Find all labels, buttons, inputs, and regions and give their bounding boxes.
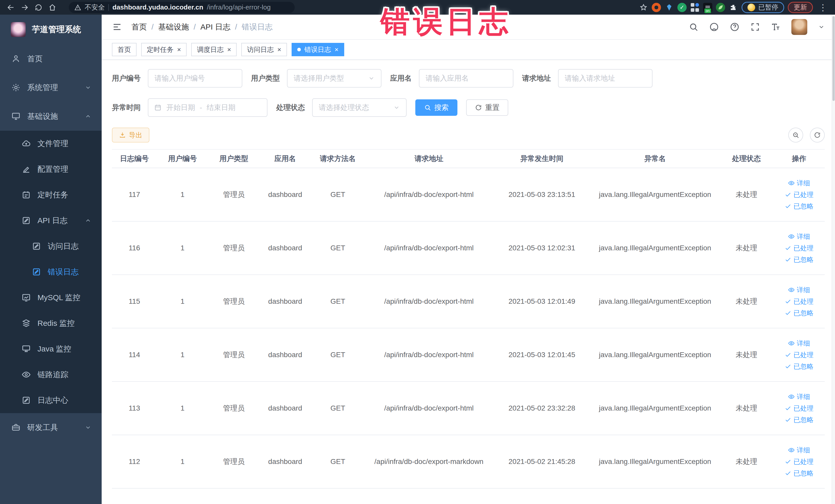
avatar[interactable] — [791, 19, 807, 35]
extension-check-icon[interactable]: ✓ — [677, 3, 687, 12]
sidebar-item-14[interactable]: 研发工具 — [0, 413, 102, 442]
extension-orange-icon[interactable] — [652, 3, 661, 12]
ignored-link[interactable]: 已忽略 — [785, 255, 813, 264]
detail-link[interactable]: 详细 — [788, 392, 810, 401]
breadcrumb-item[interactable]: 首页 — [131, 22, 147, 32]
ignored-link[interactable]: 已忽略 — [785, 202, 813, 211]
table-cell: GET — [311, 435, 365, 488]
sidebar-item-11[interactable]: Java 监控 — [0, 336, 102, 362]
extension-pin-icon[interactable] — [665, 3, 674, 12]
close-icon[interactable]: × — [177, 46, 181, 53]
process-status-select[interactable]: 请选择处理状态 — [312, 98, 407, 117]
close-icon[interactable]: × — [277, 46, 281, 53]
user-type-select[interactable]: 请选择用户类型 — [287, 69, 382, 87]
table-cell: dashboard — [260, 221, 311, 275]
security-label: 不安全 — [85, 3, 105, 12]
app-name-input[interactable] — [419, 69, 513, 87]
sidebar-item-12[interactable]: 链路追踪 — [0, 362, 102, 387]
chart-icon — [22, 293, 31, 302]
tab-0[interactable]: 首页 — [112, 43, 137, 56]
processed-link[interactable]: 已处理 — [785, 404, 813, 413]
forward-icon[interactable] — [20, 2, 30, 13]
processed-link[interactable]: 已处理 — [785, 190, 813, 199]
search-button[interactable]: 搜索 — [415, 99, 457, 116]
reset-button[interactable]: 重置 — [466, 99, 508, 116]
sidebar-item-4[interactable]: 配置管理 — [0, 156, 102, 182]
search-icon[interactable] — [689, 22, 698, 32]
hide-search-button[interactable] — [788, 127, 803, 142]
sidebar-item-10[interactable]: Redis 监控 — [0, 310, 102, 336]
refresh-button[interactable] — [810, 127, 825, 142]
bookmark-star-icon[interactable] — [639, 3, 648, 12]
user-id-input[interactable] — [148, 69, 242, 87]
sidebar-item-3[interactable]: 文件管理 — [0, 131, 102, 156]
detail-link[interactable]: 详细 — [788, 232, 810, 241]
cloud-icon — [22, 139, 31, 148]
sidebar-item-7[interactable]: 访问日志 — [0, 234, 102, 259]
home-icon[interactable] — [47, 2, 58, 13]
log-icon — [32, 242, 41, 251]
tab-1[interactable]: 定时任务× — [141, 43, 187, 56]
back-icon[interactable] — [6, 2, 16, 13]
detail-link[interactable]: 详细 — [788, 339, 810, 348]
sidebar-item-5[interactable]: 定时任务 — [0, 182, 102, 208]
processed-link[interactable]: 已处理 — [785, 350, 813, 360]
ignored-link[interactable]: 已忽略 — [785, 362, 813, 371]
tags-bar: 首页定时任务×调度日志×访问日志×错误日志× — [102, 40, 835, 60]
sidebar-item-8[interactable]: 错误日志 — [0, 259, 102, 285]
processed-link[interactable]: 已处理 — [785, 244, 813, 253]
fullscreen-icon[interactable] — [750, 22, 760, 32]
sidebar-item-9[interactable]: MySQL 监控 — [0, 285, 102, 310]
extensions-puzzle-icon[interactable] — [729, 3, 738, 12]
chevron-down-icon — [368, 75, 375, 82]
address-bar[interactable]: 不安全 dashboard.yudao.iocoder.cn/infra/log… — [69, 2, 295, 13]
close-icon[interactable]: × — [335, 46, 339, 53]
eye-icon — [22, 370, 31, 379]
breadcrumb-item[interactable]: 基础设施 — [158, 22, 189, 32]
close-icon[interactable]: × — [227, 46, 231, 53]
ignored-link[interactable]: 已忽略 — [785, 469, 813, 478]
update-button[interactable]: 更新 — [788, 2, 813, 13]
table-toolbar: 导出 — [112, 127, 825, 142]
detail-link[interactable]: 详细 — [788, 179, 810, 188]
table-cell: 2021-05-03 23:13:51 — [493, 168, 591, 221]
export-button[interactable]: 导出 — [112, 127, 149, 142]
github-icon[interactable] — [709, 22, 719, 32]
breadcrumb-item[interactable]: API 日志 — [201, 22, 230, 32]
tab-4[interactable]: 错误日志× — [291, 43, 344, 56]
action-label: 已处理 — [793, 350, 813, 360]
table-cell: 未处理 — [719, 168, 773, 221]
extension-grid-icon[interactable] — [690, 3, 699, 12]
check-icon — [785, 470, 791, 477]
hamburger-icon[interactable] — [112, 22, 122, 32]
check-icon — [785, 351, 791, 358]
table-cell: dashboard — [260, 275, 311, 328]
detail-link[interactable]: 详细 — [788, 446, 810, 455]
tab-2[interactable]: 调度日志× — [191, 43, 237, 56]
processed-link[interactable]: 已处理 — [785, 297, 813, 306]
date-range-picker[interactable]: 开始日期 - 结束日期 — [148, 98, 267, 117]
browser-menu-icon[interactable]: ⋮ — [816, 2, 829, 13]
recording-paused-badge[interactable]: 已暂停 — [741, 2, 784, 13]
request-url-input[interactable] — [558, 69, 652, 87]
reload-icon[interactable] — [33, 2, 44, 13]
ignored-link[interactable]: 已忽略 — [785, 416, 813, 424]
extension-leaf-icon[interactable] — [716, 3, 725, 12]
sidebar-item-2[interactable]: 基础设施 — [0, 102, 102, 131]
table-cell: 未处理 — [719, 435, 773, 488]
sidebar-item-1[interactable]: 系统管理 — [0, 73, 102, 102]
app-logo[interactable]: 芋道管理系统 — [0, 15, 102, 44]
scrollbar-thumb[interactable] — [832, 16, 835, 101]
chevron-down-icon[interactable] — [818, 24, 825, 30]
extension-on-toggle-icon[interactable]: on — [703, 3, 712, 12]
tab-3[interactable]: 访问日志× — [241, 43, 287, 56]
help-icon[interactable] — [730, 22, 739, 32]
sidebar-item-13[interactable]: 日志中心 — [0, 387, 102, 413]
ignored-link[interactable]: 已忽略 — [785, 309, 813, 318]
sidebar-item-6[interactable]: API 日志 — [0, 208, 102, 234]
row-actions: 详细已处理已忽略 — [773, 179, 825, 211]
processed-link[interactable]: 已处理 — [785, 457, 813, 466]
font-size-icon[interactable] — [771, 22, 780, 32]
sidebar-item-0[interactable]: 首页 — [0, 44, 102, 73]
detail-link[interactable]: 详细 — [788, 285, 810, 295]
